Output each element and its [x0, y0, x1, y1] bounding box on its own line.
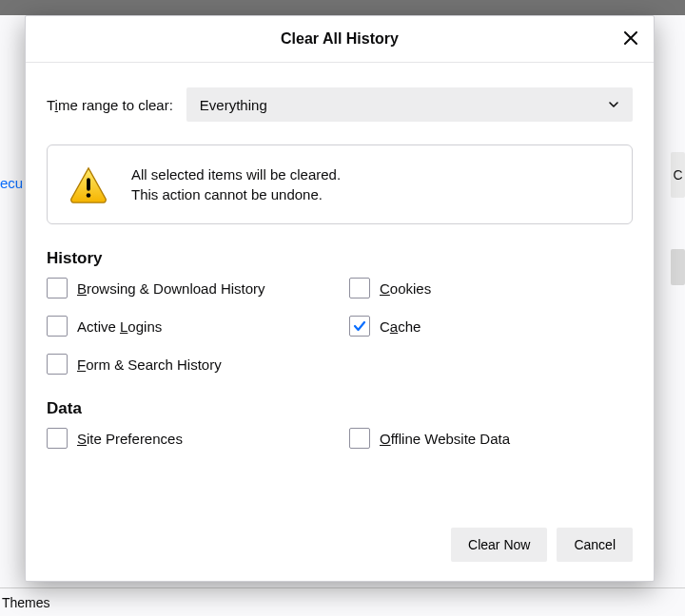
app-background: ecu C Themes Clear All History Time rang…	[0, 0, 685, 616]
bg-right-button[interactable]	[671, 249, 685, 285]
checkbox-label: Active Logins	[77, 318, 162, 335]
close-button[interactable]	[616, 24, 646, 54]
checkbox-label: Offline Website Data	[380, 431, 510, 447]
dialog-title: Clear All History	[281, 16, 399, 62]
time-range-label: Time range to clear:	[47, 97, 173, 113]
checkbox-box[interactable]	[349, 278, 370, 298]
checkbox-label: Browsing & Download History	[77, 280, 265, 297]
checkbox-label: Site Preferences	[77, 431, 183, 447]
checkbox-box[interactable]	[47, 316, 68, 337]
bg-right-panel: C	[671, 152, 685, 198]
checkbox-form-search-history[interactable]: Form & Search History	[47, 354, 330, 375]
warning-line-2: This action cannot be undone.	[131, 186, 341, 202]
warning-icon	[68, 164, 108, 204]
time-range-select[interactable]: Everything	[186, 87, 633, 122]
dialog-body: Time range to clear: Everything	[26, 63, 654, 449]
checkbox-site-preferences[interactable]: Site Preferences	[47, 428, 330, 449]
warning-box: All selected items will be cleared. This…	[47, 144, 633, 224]
checkbox-cookies[interactable]: Cookies	[349, 278, 633, 298]
checkbox-box[interactable]	[47, 278, 68, 298]
checkbox-box[interactable]	[349, 428, 370, 449]
checkbox-offline-data[interactable]: Offline Website Data	[349, 428, 633, 449]
data-grid: Site Preferences Offline Website Data	[47, 428, 633, 449]
time-range-row: Time range to clear: Everything	[47, 87, 633, 122]
bg-bottom-bar: Themes	[0, 587, 685, 616]
svg-point-1	[87, 193, 91, 198]
history-heading: History	[47, 249, 633, 268]
chevron-down-icon	[608, 97, 619, 113]
svg-rect-0	[87, 178, 90, 190]
bg-top-strip	[0, 0, 685, 15]
checkbox-label: Form & Search History	[77, 356, 222, 373]
clear-history-dialog: Clear All History Time range to clear: E…	[25, 15, 655, 582]
close-icon	[624, 33, 637, 48]
checkbox-label: Cookies	[380, 280, 431, 297]
checkbox-box[interactable]	[47, 354, 68, 375]
dialog-header: Clear All History	[26, 16, 654, 63]
checkbox-box[interactable]	[47, 428, 68, 449]
checkbox-box[interactable]	[349, 316, 370, 337]
checkbox-active-logins[interactable]: Active Logins	[47, 316, 330, 337]
checkbox-cache[interactable]: Cache	[349, 316, 633, 337]
cancel-button[interactable]: Cancel	[557, 528, 633, 562]
clear-now-button[interactable]: Clear Now	[451, 528, 547, 562]
data-heading: Data	[47, 399, 633, 418]
history-grid: Browsing & Download History Cookies Acti…	[47, 278, 633, 375]
time-range-value: Everything	[200, 97, 267, 113]
checkbox-label: Cache	[380, 318, 421, 335]
dialog-buttons: Clear Now Cancel	[451, 528, 633, 562]
warning-text: All selected items will be cleared. This…	[131, 163, 341, 206]
checkbox-browsing-history[interactable]: Browsing & Download History	[47, 278, 330, 298]
warning-line-1: All selected items will be cleared.	[131, 166, 341, 183]
bg-left-link[interactable]: ecu	[0, 175, 23, 191]
